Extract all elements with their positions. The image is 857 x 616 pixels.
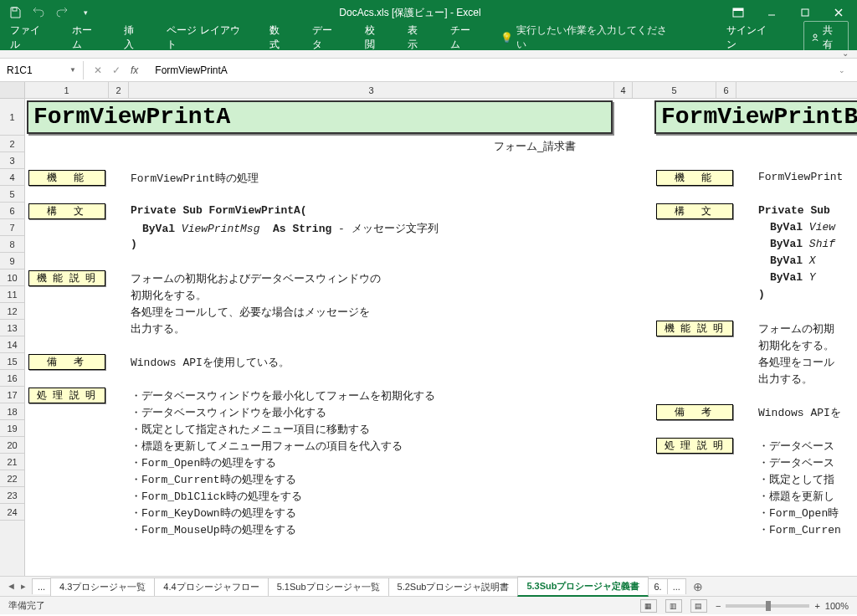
- row-header[interactable]: 23: [0, 487, 24, 504]
- label-shori-setsumei: 処 理 説 明: [28, 388, 105, 403]
- qat-customize-icon[interactable]: ▾: [77, 4, 94, 21]
- col-header[interactable]: 6: [716, 82, 736, 98]
- cell-shori: ・Form_MouseUp時の処理をする: [131, 522, 296, 537]
- row-header[interactable]: 11: [0, 286, 24, 303]
- sheet-tab[interactable]: 5.1Subプロシージャ一覧: [268, 578, 389, 596]
- label-bikou: 備 考: [28, 354, 105, 370]
- svg-point-7: [813, 34, 817, 38]
- formula-input[interactable]: FormViewPrintA ⌄: [148, 64, 857, 76]
- cell-subtitle: フォーム_請求書: [494, 139, 576, 154]
- banner-formviewprintb: FormViewPrintB: [654, 100, 857, 134]
- cell-shori-r: ・Form_Curren: [758, 522, 841, 537]
- sheet-nav-first-icon[interactable]: ◄: [7, 581, 16, 592]
- row-header[interactable]: 21: [0, 454, 24, 470]
- label-kinou-setsumei-r: 機 能 説 明: [656, 321, 733, 336]
- cell-shori-r: ・標題を更新し: [758, 489, 834, 504]
- sheet-nav-prev-icon[interactable]: ▸: [21, 581, 26, 592]
- zoom-in-icon[interactable]: +: [814, 601, 819, 611]
- formula-expand-icon[interactable]: ⌄: [839, 66, 850, 74]
- fx-button[interactable]: fx: [131, 64, 138, 76]
- zoom-value[interactable]: 100%: [825, 601, 849, 611]
- enter-formula-icon[interactable]: ✓: [112, 64, 121, 76]
- col-header[interactable]: 1: [25, 82, 109, 98]
- ribbon-expand-icon[interactable]: ⌄: [842, 49, 849, 58]
- row-header[interactable]: 14: [0, 336, 24, 353]
- sheet-tab-active[interactable]: 5.3Subプロシージャ定義書: [517, 577, 649, 597]
- window-controls: [726, 4, 850, 21]
- cell-setsumei-l4: 出力する。: [131, 321, 185, 336]
- save-icon[interactable]: [7, 4, 23, 21]
- sheet-tab-more-prev[interactable]: ...: [32, 578, 51, 594]
- zoom-slider[interactable]: [726, 604, 809, 608]
- name-box-dropdown-icon[interactable]: ▼: [69, 66, 76, 74]
- row-header[interactable]: 15: [0, 353, 24, 370]
- cell-koubun-r5: ByVal Y: [770, 271, 816, 284]
- row-header[interactable]: 7: [0, 219, 24, 236]
- col-header[interactable]: 4: [614, 82, 633, 98]
- tell-me[interactable]: 💡 実行したい作業を入力してください: [500, 23, 670, 52]
- cell-kinou-r: FormViewPrint: [758, 171, 843, 183]
- cell-shori-r: ・既定として指: [758, 472, 834, 487]
- cell-koubun-l2: ByVal ViewPrintMsg As String - メッセージ文字列: [142, 221, 439, 236]
- select-all-corner[interactable]: [0, 82, 25, 98]
- sheet-tab[interactable]: 4.4プロシージャフロー: [154, 578, 268, 596]
- sheet-tab[interactable]: 5.2Subプロシージャ説明書: [388, 578, 519, 596]
- row-header[interactable]: 6: [0, 203, 24, 219]
- row-header[interactable]: 10: [0, 270, 24, 286]
- cell-setsumei-r1: フォームの初期: [758, 321, 834, 336]
- row-header[interactable]: 13: [0, 320, 24, 336]
- signin-link[interactable]: サインイン: [726, 23, 774, 52]
- label-shori-setsumei-r: 処 理 説 明: [656, 438, 733, 454]
- label-bikou-r: 備 考: [656, 404, 733, 420]
- view-pagelayout-icon[interactable]: ▥: [665, 599, 682, 613]
- zoom-out-icon[interactable]: −: [716, 601, 721, 611]
- formula-bar: R1C1 ▼ ✕ ✓ fx FormViewPrintA ⌄: [0, 59, 857, 82]
- cancel-formula-icon[interactable]: ✕: [94, 64, 102, 76]
- status-ready: 準備完了: [8, 599, 45, 612]
- label-kinou: 機 能: [28, 170, 105, 186]
- row-header[interactable]: 24: [0, 504, 24, 521]
- col-header[interactable]: 3: [129, 82, 614, 98]
- row-header[interactable]: 8: [0, 236, 24, 253]
- cell-shori-r: ・データベース: [758, 455, 834, 470]
- row-header[interactable]: 19: [0, 420, 24, 437]
- close-icon[interactable]: [827, 4, 850, 21]
- minimize-icon[interactable]: [760, 4, 783, 21]
- view-pagebreak-icon[interactable]: ▤: [690, 599, 707, 613]
- label-kinou-setsumei: 機 能 説 明: [28, 270, 105, 286]
- row-header[interactable]: 18: [0, 403, 24, 420]
- sheet-tab-more-next[interactable]: ...: [667, 578, 686, 594]
- row-header[interactable]: 16: [0, 370, 24, 387]
- col-header[interactable]: 2: [109, 82, 129, 98]
- row-header[interactable]: 2: [0, 136, 24, 152]
- sheet-tab-next[interactable]: 6.: [648, 578, 667, 594]
- column-headers: 1 2 3 4 5 6: [0, 82, 857, 99]
- redo-icon[interactable]: [54, 4, 70, 21]
- cell-shori: ・Form_Open時の処理をする: [131, 455, 276, 470]
- new-sheet-button[interactable]: ⊕: [686, 580, 710, 593]
- row-header[interactable]: 20: [0, 437, 24, 454]
- row-header[interactable]: 3: [0, 152, 24, 169]
- view-normal-icon[interactable]: ▦: [640, 599, 657, 613]
- worksheet: 1 2 3 4 5 6 1 2 3 4 5 6 7 8 9 10 11 12 1…: [0, 82, 857, 576]
- cell-koubun-r1: Private Sub: [758, 204, 830, 217]
- banner-formviewprinta: FormViewPrintA: [27, 100, 613, 134]
- row-header[interactable]: 1: [0, 99, 24, 136]
- cell-shori: ・データベースウィンドウを最小化してフォームを初期化する: [131, 388, 435, 403]
- cell-koubun-l3: ): [131, 238, 137, 250]
- ribbon-options-icon[interactable]: [726, 4, 750, 21]
- maximize-icon[interactable]: [793, 4, 817, 21]
- row-header[interactable]: 12: [0, 303, 24, 320]
- svg-rect-0: [13, 8, 17, 11]
- lightbulb-icon: 💡: [500, 32, 513, 44]
- name-box[interactable]: R1C1 ▼: [0, 61, 84, 80]
- row-header[interactable]: 17: [0, 387, 24, 403]
- row-header[interactable]: 22: [0, 470, 24, 487]
- row-header[interactable]: 4: [0, 169, 24, 186]
- col-header[interactable]: 5: [633, 82, 716, 98]
- grid[interactable]: FormViewPrintA フォーム_請求書 機 能 FormViewPrin…: [25, 99, 857, 576]
- row-header[interactable]: 9: [0, 253, 24, 270]
- undo-icon[interactable]: [30, 4, 47, 21]
- row-header[interactable]: 5: [0, 186, 24, 203]
- sheet-tab[interactable]: 4.3プロシージャ一覧: [50, 578, 155, 596]
